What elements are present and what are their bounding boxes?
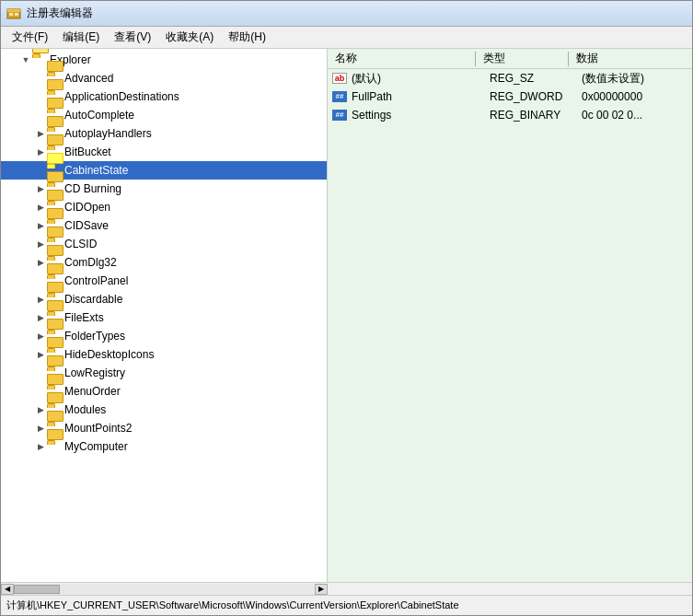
expand-icon-foldertypes: ▶	[34, 330, 47, 343]
reg-data-default: (数值未设置)	[582, 71, 688, 87]
app-icon	[6, 6, 21, 21]
expand-icon-clsid: ▶	[34, 238, 47, 250]
expand-icon-fileexts: ▶	[34, 311, 47, 324]
tree-label-cidopen: CIDOpen	[64, 201, 110, 214]
right-hscroll-empty	[328, 583, 692, 595]
tree-label-advanced: Advanced	[64, 72, 113, 85]
expand-spacer-appdest	[34, 90, 47, 103]
expand-icon-hidedesktopicons: ▶	[34, 348, 47, 361]
column-headers: 名称 类型 数据	[328, 49, 692, 69]
expand-icon-discardable: ▶	[34, 293, 47, 306]
expand-spacer-autocomplete	[34, 109, 47, 122]
tree-scroll[interactable]: ▼ Explorer Advanced	[1, 49, 327, 582]
expand-spacer-lowregistry	[34, 366, 47, 379]
title-bar: 注册表编辑器	[1, 1, 692, 27]
expand-icon-mountpoints2: ▶	[34, 422, 47, 435]
status-text: 计算机\HKEY_CURRENT_USER\Software\Microsoft…	[6, 599, 459, 612]
expand-spacer-cabinetstate	[34, 164, 47, 177]
h-scrollbar-row: ◀ ▶	[1, 582, 692, 595]
hscroll-track[interactable]	[14, 584, 315, 595]
expand-icon-comdlg32: ▶	[34, 256, 47, 269]
tree-panel: ▼ Explorer Advanced	[1, 49, 328, 582]
registry-editor-window: 注册表编辑器 文件(F) 编辑(E) 查看(V) 收藏夹(A) 帮助(H) ▼ …	[0, 0, 693, 616]
tree-label-lowregistry: LowRegistry	[64, 366, 125, 379]
expand-icon-cidsave: ▶	[34, 219, 47, 232]
menu-bar: 文件(F) 编辑(E) 查看(V) 收藏夹(A) 帮助(H)	[1, 27, 692, 49]
folder-icon-explorer	[32, 53, 47, 66]
reg-row-settings[interactable]: ## Settings REG_BINARY 0c 00 02 0...	[328, 106, 692, 124]
tree-label-controlpanel: ControlPanel	[64, 274, 128, 287]
reg-name-default: (默认)	[352, 71, 490, 87]
expand-icon-bitbucket: ▶	[34, 145, 47, 158]
reg-name-settings: Settings	[352, 109, 490, 122]
reg-row-default[interactable]: ab (默认) REG_SZ (数值未设置)	[328, 69, 692, 87]
reg-row-fullpath[interactable]: ## FullPath REG_DWORD 0x00000000	[328, 87, 692, 106]
reg-type-settings: REG_BINARY	[490, 109, 582, 122]
expand-icon-explorer: ▼	[19, 53, 32, 66]
svg-rect-2	[9, 13, 13, 16]
hscroll-thumb[interactable]	[14, 585, 60, 594]
hscroll-left-btn[interactable]: ◀	[1, 584, 14, 595]
reg-icon-bin-settings: ##	[331, 108, 348, 122]
main-content: ▼ Explorer Advanced	[1, 49, 692, 582]
expand-spacer-advanced	[34, 72, 47, 85]
menu-view[interactable]: 查看(V)	[107, 28, 158, 47]
tree-label-cidsave: CIDSave	[64, 219, 109, 232]
menu-help[interactable]: 帮助(H)	[221, 28, 273, 47]
tree-label-fileexts: FileExts	[64, 311, 104, 324]
tree-label-menuorder: MenuOrder	[64, 385, 121, 398]
folder-icon-mycomputer	[47, 440, 62, 453]
tree-label-cabinetstate: CabinetState	[64, 164, 128, 177]
tree-label-cdburning: CD Burning	[64, 182, 121, 195]
tree-label-mycomputer: MyComputer	[64, 440, 128, 453]
menu-favorites[interactable]: 收藏夹(A)	[158, 28, 221, 47]
tree-label-bitbucket: BitBucket	[64, 145, 111, 158]
svg-rect-3	[15, 13, 18, 16]
tree-label-foldertypes: FolderTypes	[64, 330, 125, 343]
reg-type-default: REG_SZ	[490, 72, 582, 85]
registry-values-list[interactable]: ab (默认) REG_SZ (数值未设置) ## FullPath REG_D…	[328, 69, 692, 582]
tree-label-discardable: Discardable	[64, 293, 122, 306]
reg-icon-ab: ab	[331, 71, 348, 86]
tree-label-appdest: ApplicationDestinations	[64, 90, 179, 103]
expand-icon-modules: ▶	[34, 403, 47, 416]
tree-item-mycomputer[interactable]: ▶ MyComputer	[1, 437, 327, 456]
menu-file[interactable]: 文件(F)	[5, 28, 55, 47]
reg-data-settings: 0c 00 02 0...	[582, 109, 688, 122]
reg-name-fullpath: FullPath	[352, 90, 490, 103]
expand-icon-cdburning: ▶	[34, 182, 47, 195]
svg-rect-1	[7, 9, 20, 12]
tree-label-hidedesktopicons: HideDesktopIcons	[64, 348, 154, 361]
tree-label-modules: Modules	[64, 403, 106, 416]
col-header-name: 名称	[328, 49, 475, 68]
status-bar: 计算机\HKEY_CURRENT_USER\Software\Microsoft…	[1, 595, 692, 615]
tree-label-mountpoints2: MountPoints2	[64, 422, 132, 435]
reg-type-fullpath: REG_DWORD	[490, 90, 582, 103]
right-panel: 名称 类型 数据 ab (默认) REG_SZ (数值未设置)	[328, 49, 692, 582]
expand-icon-cidopen: ▶	[34, 201, 47, 214]
hscroll-right-btn[interactable]: ▶	[315, 584, 328, 595]
menu-edit[interactable]: 编辑(E)	[55, 28, 107, 47]
title-bar-text: 注册表编辑器	[27, 6, 93, 21]
reg-data-fullpath: 0x00000000	[582, 90, 688, 103]
reg-icon-bin-fullpath: ##	[331, 89, 348, 104]
expand-spacer-menuorder	[34, 385, 47, 398]
col-header-type: 类型	[476, 49, 568, 68]
tree-label-autoplay: AutoplayHandlers	[64, 127, 152, 140]
col-header-data: 数据	[569, 49, 692, 68]
tree-label-autocomplete: AutoComplete	[64, 109, 134, 122]
tree-hscroll[interactable]: ◀ ▶	[1, 583, 328, 595]
tree-label-comdlg32: ComDlg32	[64, 256, 117, 269]
expand-spacer-controlpanel	[34, 274, 47, 287]
expand-icon-mycomputer: ▶	[34, 440, 47, 453]
tree-label-clsid: CLSID	[64, 238, 97, 250]
expand-icon-autoplay: ▶	[34, 127, 47, 140]
